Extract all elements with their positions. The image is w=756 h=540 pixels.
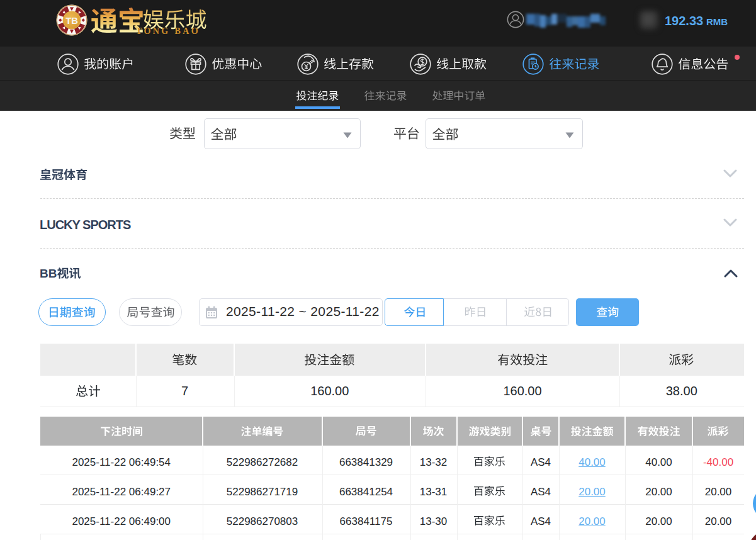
svg-text:TB: TB: [65, 16, 78, 26]
